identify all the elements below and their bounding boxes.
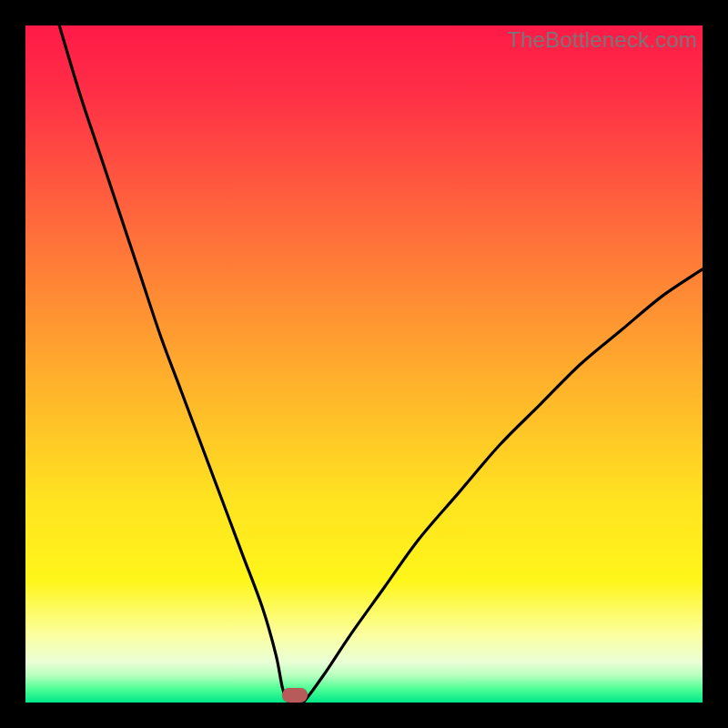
watermark-text: TheBottleneck.com xyxy=(507,27,697,53)
plot-area xyxy=(25,25,703,703)
optimal-marker xyxy=(282,688,308,703)
gradient-background xyxy=(25,25,703,703)
